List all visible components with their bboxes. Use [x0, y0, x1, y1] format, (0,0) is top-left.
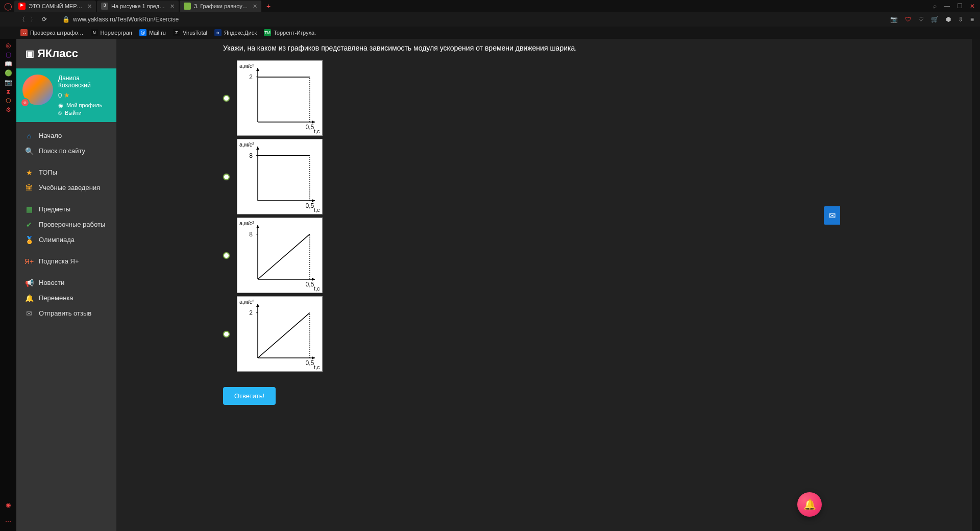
logout-icon: ⎋	[58, 110, 62, 116]
os-sidebar-icon[interactable]: ◉	[4, 500, 13, 510]
bookmark-item[interactable]: ≈Яндекс.Диск	[214, 29, 257, 36]
notifications-fab[interactable]: 🔔	[797, 492, 822, 517]
nav-item[interactable]: ★ТОПы	[16, 165, 116, 180]
answer-radio[interactable]	[223, 95, 230, 102]
answer-option: a,м/с² t,с 2 0,5	[223, 60, 733, 136]
nav-item[interactable]: Я+Подписка Я+	[16, 254, 116, 269]
svg-text:t,с: t,с	[314, 128, 320, 134]
bookmark-item[interactable]: ΣVirusTotal	[173, 29, 207, 36]
os-sidebar-icon[interactable]: 📖	[4, 59, 13, 68]
answer-option: a,м/с² t,с 8 0,5	[223, 139, 733, 214]
mail-widget-icon[interactable]: ✉	[824, 206, 840, 225]
profile-block: Я Данила Козловский 0 ★ ◉Мой профиль ⎋Вы…	[16, 68, 116, 122]
os-sidebar-icon[interactable]: ▢	[4, 50, 13, 59]
bookmark-item[interactable]: NНормергран	[91, 29, 132, 36]
svg-text:0,5: 0,5	[305, 359, 314, 367]
logout-link[interactable]: ⎋Выйти	[58, 110, 102, 116]
right-gap	[840, 39, 972, 531]
os-sidebar-icon[interactable]: ⧗	[4, 87, 13, 96]
user-icon: ◉	[58, 102, 63, 109]
tab-close-icon[interactable]: ✕	[87, 3, 92, 10]
minimize-button[interactable]: —	[944, 3, 950, 10]
bookmark-label: Mail.ru	[149, 30, 166, 36]
scrollbar[interactable]	[972, 39, 980, 531]
url-text[interactable]: www.yaklass.ru/TestWorkRun/Exercise	[73, 16, 890, 23]
nav-label: Олимпиада	[39, 236, 75, 244]
nav-item[interactable]: ⌂Начало	[16, 128, 116, 143]
tab-favicon-icon: ▶	[18, 3, 26, 10]
user-first-name: Данила	[58, 75, 102, 82]
my-profile-link[interactable]: ◉Мой профиль	[58, 102, 102, 109]
avatar-badge-icon: Я	[20, 98, 30, 107]
tab-title: ЭТО САМЫЙ МЕРЗКИЙ И	[29, 3, 84, 9]
search-icon[interactable]: ⌕	[933, 3, 937, 10]
addrbar-icon-4[interactable]: ⬢	[946, 16, 951, 23]
addrbar-icon-2[interactable]: ♡	[918, 16, 924, 23]
nav-icon: 🔍	[24, 147, 34, 155]
brand-logo[interactable]: ▣ ЯКласс	[16, 39, 116, 68]
bookmark-item[interactable]: ТИТоррент-Игруха.	[264, 29, 316, 36]
nav-icon: ⌂	[24, 132, 34, 140]
new-tab-button[interactable]: +	[262, 2, 275, 10]
answer-option: a,м/с² t,с 2 0,5	[223, 296, 733, 372]
os-sidebar-icon[interactable]: ⚙	[4, 105, 13, 114]
answer-button[interactable]: Ответить!	[223, 387, 276, 405]
svg-text:8: 8	[249, 152, 253, 159]
answer-radio[interactable]	[223, 331, 230, 337]
nav-icon: 🏅	[24, 236, 34, 244]
forward-button[interactable]: 〉	[28, 15, 39, 24]
os-sidebar-icon[interactable]: 📷	[4, 78, 13, 87]
user-last-name: Козловский	[58, 82, 102, 89]
brand-text: ЯКласс	[37, 47, 78, 60]
addrbar-icon-3[interactable]: 🛒	[931, 16, 939, 23]
browser-tab[interactable]: 3. Графики равноускорен✕	[180, 1, 261, 12]
nav-item[interactable]: 🏛Учебные заведения	[16, 180, 116, 196]
book-icon: ▣	[26, 48, 34, 59]
answer-radio[interactable]	[223, 174, 230, 180]
nav-icon: 🏛	[24, 184, 34, 192]
maximize-button[interactable]: ❐	[957, 3, 963, 10]
tab-favicon-icon	[184, 3, 191, 10]
nav-label: Новости	[39, 279, 64, 286]
bookmark-label: Проверка штрафо…	[30, 30, 84, 36]
addrbar-icon-1[interactable]: 🛡	[905, 16, 911, 23]
bookmark-label: Нормергран	[101, 30, 132, 36]
bookmark-item[interactable]: ⛬Проверка штрафо…	[20, 29, 84, 36]
addrbar-icon-0[interactable]: 📷	[890, 16, 898, 23]
svg-text:0,5: 0,5	[305, 202, 314, 209]
svg-text:a,м/с²: a,м/с²	[239, 141, 254, 148]
browser-tab[interactable]: ▶ЭТО САМЫЙ МЕРЗКИЙ И✕	[14, 1, 96, 12]
addrbar-icon-6[interactable]: ≡	[970, 16, 974, 23]
reload-button[interactable]: ⟳	[39, 16, 50, 23]
nav-item[interactable]: 📢Новости	[16, 275, 116, 291]
bookmark-label: VirusTotal	[183, 30, 207, 36]
tab-close-icon[interactable]: ✕	[253, 3, 257, 10]
close-window-button[interactable]: ✕	[970, 3, 975, 10]
nav-item[interactable]: ▤Предметы	[16, 202, 116, 217]
opera-icon[interactable]: ◯	[2, 2, 14, 10]
svg-text:t,с: t,с	[314, 207, 320, 213]
avatar[interactable]: Я	[22, 75, 53, 105]
os-sidebar-icon[interactable]: ◎	[4, 41, 13, 50]
browser-tab[interactable]: ЗНа рисунке 1 представлен✕	[97, 1, 179, 12]
nav-item[interactable]: 🏅Олимпиада	[16, 232, 116, 248]
addrbar-icon-5[interactable]: ⇩	[958, 16, 963, 23]
nav-item[interactable]: 🔍Поиск по сайту	[16, 143, 116, 159]
os-sidebar-icon[interactable]: ⬡	[4, 96, 13, 105]
nav-label: Предметы	[39, 205, 70, 213]
tab-close-icon[interactable]: ✕	[170, 3, 175, 10]
os-sidebar-icon[interactable]: ⋯	[4, 517, 13, 526]
nav-item[interactable]: ✉Отправить отзыв	[16, 306, 116, 321]
os-sidebar-icon[interactable]: 🟢	[4, 68, 13, 78]
back-button[interactable]: 〈	[16, 15, 28, 24]
bookmark-item[interactable]: @Mail.ru	[139, 29, 166, 36]
answer-radio[interactable]	[223, 252, 230, 259]
site-nav: ⌂Начало🔍Поиск по сайту★ТОПы🏛Учебные заве…	[16, 122, 116, 327]
nav-item[interactable]: ✔Проверочные работы	[16, 217, 116, 232]
svg-text:a,м/с²: a,м/с²	[239, 299, 254, 305]
nav-item[interactable]: 🔔Переменка	[16, 291, 116, 306]
nav-label: Проверочные работы	[39, 221, 105, 228]
nav-icon: 📢	[24, 279, 34, 287]
bookmark-favicon-icon: Σ	[173, 29, 180, 36]
lock-icon: 🔒	[62, 16, 70, 23]
